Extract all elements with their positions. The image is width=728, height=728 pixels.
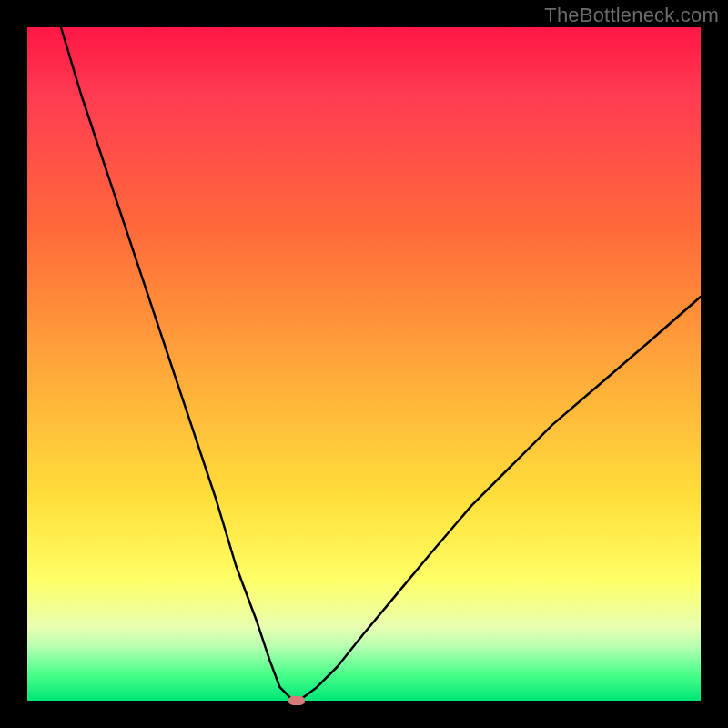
bottleneck-curve: [27, 27, 701, 701]
plot-area: [27, 27, 701, 701]
minimum-marker-icon: [288, 696, 305, 705]
chart-frame: TheBottleneck.com: [0, 0, 728, 728]
watermark-text: TheBottleneck.com: [544, 4, 719, 27]
